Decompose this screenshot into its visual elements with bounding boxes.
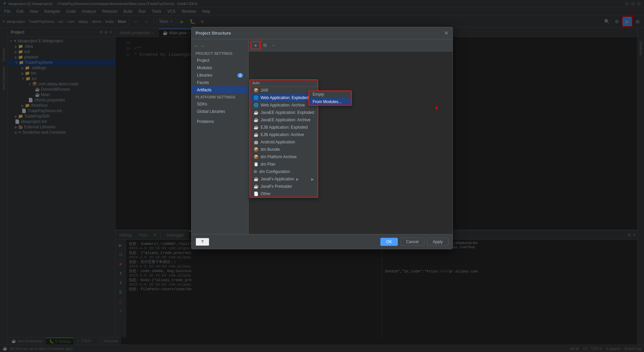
nav-problems[interactable]: Problems [192, 118, 248, 125]
modal-sidebar: ← → Project Settings Project Modules Lib… [192, 39, 249, 234]
add-other[interactable]: 📄 Other [250, 190, 318, 197]
dm-icon: 📦 [254, 147, 259, 152]
web-archive-icon: 🌐 [254, 103, 259, 107]
sidebar-spacer [192, 115, 248, 118]
add-dm-bundle-label: dm Bundle [261, 147, 280, 152]
add-javafx-label: JavaFx Application [261, 177, 294, 181]
sub-popup: Empty From Modules... [308, 90, 352, 106]
add-dm-config-label: dm Configuration [259, 169, 290, 174]
add-web-exploded[interactable]: 🌐 Web Application: Exploded [250, 94, 318, 101]
nav-project[interactable]: Project [192, 57, 248, 64]
dm-plan-icon: 📋 [254, 162, 259, 167]
add-javaee-archive[interactable]: ☕ JavaEE Application: Archive [250, 116, 318, 124]
add-javaee-exploded[interactable]: ☕ JavaEE Application: Exploded [250, 109, 318, 116]
add-artifact-button[interactable]: + [251, 42, 260, 49]
add-popup-title: Add [250, 80, 318, 87]
javafx-preloader-icon: ☕ [254, 184, 259, 189]
add-javaee-archive-label: JavaEE Application: Archive [261, 118, 311, 122]
add-dm-config[interactable]: ⚙ dm Configuration [250, 168, 318, 175]
modal-toolbar: + 3 ⧉ − [249, 39, 452, 51]
libraries-badge: 2 [237, 73, 243, 78]
nav-global-libs[interactable]: Global Libraries [192, 108, 248, 115]
modal-forward-btn[interactable]: → [200, 43, 205, 49]
javaee-archive-icon: ☕ [254, 118, 259, 122]
jar-icon: 📦 [254, 88, 259, 93]
add-ejb-exploded-label: EJB Application: Exploded [261, 125, 308, 130]
web-icon: 🌐 [254, 95, 259, 100]
modal-footer: ? OK Cancel Apply [192, 234, 452, 249]
add-ejb-exploded[interactable]: ☕ EJB Application: Exploded [250, 124, 318, 131]
dm-config-icon: ⚙ [254, 169, 257, 174]
help-button[interactable]: ? [196, 238, 209, 246]
add-dm-platform[interactable]: 📦 dm Platform Archive [250, 153, 318, 161]
modal-overlay: Project Structure ✕ ← → Project Settings… [0, 0, 644, 352]
modal-header: Project Structure ✕ [192, 27, 452, 39]
nav-libraries[interactable]: Libraries 2 [192, 72, 248, 79]
modal-close-button[interactable]: ✕ [444, 30, 448, 36]
add-web-archive[interactable]: 🌐 Web Application: Archive [250, 101, 318, 109]
copy-artifact-button[interactable]: ⧉ [261, 42, 269, 49]
nav-artifacts[interactable]: Artifacts [192, 86, 248, 94]
add-web-archive-label: Web Application: Archive [261, 103, 305, 107]
platform-settings-header: Platform Settings [192, 94, 248, 100]
project-settings-header: Project Settings [192, 50, 248, 57]
add-btn-container: + 3 [251, 42, 260, 49]
modal-nav-arrows: ← → [192, 42, 248, 50]
add-ejb-archive-label: EJB Application: Archive [261, 132, 304, 137]
add-ejb-archive[interactable]: ☕ EJB Application: Archive [250, 131, 318, 138]
project-structure-dialog: Project Structure ✕ ← → Project Settings… [191, 27, 453, 249]
sub-empty[interactable]: Empty [309, 91, 352, 98]
modal-title: Project Structure [196, 31, 231, 36]
add-jar-label: JAR [261, 88, 268, 93]
javaee-icon: ☕ [254, 110, 259, 115]
add-other-label: Other [261, 191, 271, 196]
modal-body: ← → Project Settings Project Modules Lib… [192, 39, 452, 234]
javafx-icon: ☕ [254, 177, 259, 181]
annotation-number-4: 4 [435, 105, 438, 111]
add-android-label: Android Application [261, 140, 295, 144]
modal-back-btn[interactable]: ← [194, 43, 199, 49]
sub-from-modules[interactable]: From Modules... [309, 98, 352, 105]
add-android[interactable]: 🤖 Android Application [250, 138, 318, 146]
nav-facets[interactable]: Facets [192, 79, 248, 86]
add-web-exploded-label: Web Application: Exploded [261, 95, 309, 100]
javafx-item-content: ☕ JavaFx Application [254, 177, 294, 181]
annotation-number-3: 3 [260, 38, 262, 43]
other-icon: 📄 [254, 191, 259, 196]
remove-artifact-button[interactable]: − [270, 42, 277, 49]
add-dm-plan[interactable]: 📋 dm Plan [250, 161, 318, 168]
ejb-icon: ☕ [254, 125, 259, 130]
nav-modules[interactable]: Modules [192, 64, 248, 72]
apply-button[interactable]: Apply [427, 238, 448, 246]
add-jar[interactable]: 📦 JAR [250, 87, 318, 94]
add-dm-plan-label: dm Plan [261, 162, 275, 167]
cancel-button[interactable]: Cancel [400, 238, 424, 246]
ejb-archive-icon: ☕ [254, 132, 259, 137]
javafx-arrow: ▶ [296, 177, 299, 181]
add-javafx-preloader[interactable]: ☕ JavaFx Preloader [250, 183, 318, 190]
add-dm-platform-label: dm Platform Archive [261, 155, 297, 159]
android-icon: 🤖 [254, 140, 259, 144]
add-javafx[interactable]: ☕ JavaFx Application ▶ [250, 175, 318, 183]
add-javaee-exploded-label: JavaEE Application: Exploded [261, 110, 314, 115]
nav-sdks[interactable]: SDKs [192, 100, 248, 108]
ok-button[interactable]: OK [380, 238, 397, 246]
add-dm-bundle[interactable]: 📦 dm Bundle [250, 146, 318, 153]
dm-platform-icon: 📦 [254, 155, 259, 159]
add-javafx-preloader-label: JavaFx Preloader [261, 184, 292, 189]
